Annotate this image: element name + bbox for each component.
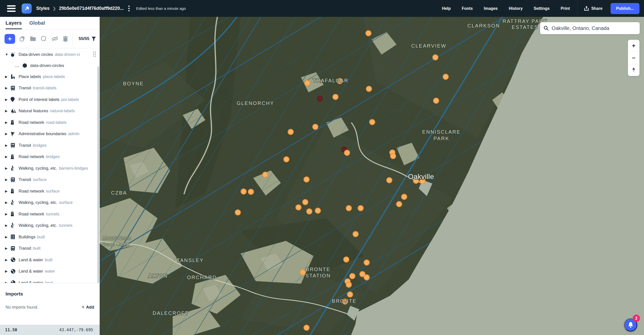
data-point-orange[interactable] bbox=[353, 232, 358, 237]
caret-collapsed-icon[interactable]: ▶ bbox=[5, 224, 11, 227]
toggle-visibility-icon[interactable] bbox=[51, 36, 58, 42]
caret-collapsed-icon[interactable]: ▶ bbox=[5, 201, 11, 204]
compass-button[interactable] bbox=[628, 64, 639, 76]
data-point-orange[interactable] bbox=[387, 178, 392, 183]
data-point-orange[interactable] bbox=[303, 200, 308, 205]
caret-collapsed-icon[interactable]: ▶ bbox=[5, 75, 11, 79]
data-point-orange[interactable] bbox=[304, 325, 309, 330]
layer-row[interactable]: ▶Transitsurface bbox=[0, 174, 100, 185]
data-point-orange[interactable] bbox=[434, 98, 439, 103]
data-point-orange[interactable] bbox=[248, 189, 254, 195]
sublayer-row[interactable]: ...data-driven-circles bbox=[0, 60, 100, 71]
breadcrumb-styles[interactable]: Styles bbox=[36, 6, 50, 11]
data-point-orange[interactable] bbox=[433, 55, 438, 60]
style-options-kebab-icon[interactable] bbox=[128, 6, 130, 11]
caret-collapsed-icon[interactable]: ▶ bbox=[5, 155, 11, 159]
data-point-orange[interactable] bbox=[315, 208, 321, 213]
delete-layer-icon[interactable] bbox=[63, 36, 68, 42]
caret-collapsed-icon[interactable]: ▶ bbox=[5, 235, 11, 239]
data-point-orange[interactable] bbox=[296, 205, 301, 210]
data-point-orange[interactable] bbox=[443, 74, 448, 80]
data-point-orange[interactable] bbox=[366, 86, 372, 92]
menu-item-history[interactable]: History bbox=[503, 6, 528, 11]
data-point-orange[interactable] bbox=[333, 94, 338, 100]
group-folder-icon[interactable] bbox=[30, 36, 36, 42]
caret-collapsed-icon[interactable]: ▶ bbox=[5, 178, 11, 181]
zoom-in-button[interactable]: + bbox=[628, 40, 639, 52]
layer-row[interactable]: ▶Transitbridges bbox=[0, 140, 100, 151]
layer-row[interactable]: ▶Land & waterwater bbox=[0, 266, 100, 277]
map-canvas[interactable]: CLARKSONRATTRAY PARKESTATESCLEARVIEWBOYN… bbox=[100, 17, 644, 335]
caret-collapsed-icon[interactable]: ▶ bbox=[5, 189, 11, 193]
layer-row[interactable]: ▶Administrative boundariesadmin bbox=[0, 128, 100, 140]
data-point-orange[interactable] bbox=[391, 154, 396, 159]
geocoder-search[interactable] bbox=[540, 22, 640, 34]
data-point-orange[interactable] bbox=[364, 275, 369, 280]
layer-row[interactable]: ▶Land & waterbuilt bbox=[0, 254, 100, 266]
data-point-orange[interactable] bbox=[402, 194, 407, 200]
caret-collapsed-icon[interactable]: ▶ bbox=[5, 86, 11, 90]
data-point-orange[interactable] bbox=[235, 210, 241, 215]
layer-row[interactable]: ▼Data-driven circlesdata-driven-ci bbox=[0, 49, 100, 60]
tab-layers[interactable]: Layers bbox=[6, 20, 22, 29]
data-point-orange[interactable] bbox=[241, 189, 246, 194]
caret-collapsed-icon[interactable]: ▶ bbox=[5, 212, 11, 216]
drag-handle-icon[interactable] bbox=[93, 51, 96, 58]
layer-row[interactable]: ▶Transitbuilt bbox=[0, 243, 100, 254]
hamburger-menu-icon[interactable] bbox=[7, 5, 16, 12]
data-point-orange[interactable] bbox=[397, 202, 402, 207]
layer-row[interactable]: ▶Walking, cycling, etc.tunnels bbox=[0, 220, 100, 231]
layer-row[interactable]: ▶Point of interest labelspoi-labels bbox=[0, 94, 100, 105]
layer-row[interactable]: ▶Road networktunnels bbox=[0, 208, 100, 220]
data-point-orange[interactable] bbox=[307, 209, 312, 214]
layer-row[interactable]: ▶Road networksurface bbox=[0, 185, 100, 197]
data-point-dark-red[interactable] bbox=[317, 96, 322, 101]
data-point-orange[interactable] bbox=[346, 206, 352, 211]
add-import-button[interactable]: + Add bbox=[82, 304, 94, 310]
add-layer-button[interactable]: + bbox=[5, 34, 15, 44]
caret-collapsed-icon[interactable]: ▶ bbox=[5, 121, 11, 124]
data-point-orange[interactable] bbox=[350, 274, 355, 279]
search-input[interactable] bbox=[552, 25, 636, 31]
data-point-orange[interactable] bbox=[263, 172, 268, 177]
layer-row[interactable]: ▶Natural featuresnatural-labels bbox=[0, 105, 100, 117]
menu-item-fonts[interactable]: Fonts bbox=[456, 6, 478, 11]
filter-funnel-icon[interactable] bbox=[91, 36, 96, 41]
publish-button[interactable]: Publish... bbox=[611, 3, 639, 14]
menu-item-print[interactable]: Print bbox=[555, 6, 575, 11]
data-point-orange[interactable] bbox=[304, 177, 309, 182]
style-id[interactable]: 29b5e0e071d4f76d0aff9d220... bbox=[59, 6, 124, 11]
caret-collapsed-icon[interactable]: ▶ bbox=[5, 281, 11, 283]
zoom-out-button[interactable]: − bbox=[628, 52, 639, 64]
layer-row[interactable]: ▶Walking, cycling, etc.barriers-bridges bbox=[0, 163, 100, 174]
layer-row[interactable]: ▶Walking, cycling, etc.surface bbox=[0, 197, 100, 208]
caret-expanded-icon[interactable]: ▼ bbox=[5, 53, 11, 56]
data-point-orange[interactable] bbox=[366, 31, 371, 36]
menu-item-help[interactable]: Help bbox=[436, 6, 456, 11]
data-point-orange[interactable] bbox=[358, 206, 363, 211]
menu-item-settings[interactable]: Settings bbox=[528, 6, 555, 11]
caret-collapsed-icon[interactable]: ▶ bbox=[5, 109, 11, 113]
layer-row[interactable]: ▶Road networkbridges bbox=[0, 151, 100, 163]
layer-row[interactable]: ▶Road networkroad-labels bbox=[0, 117, 100, 128]
layer-row[interactable]: ▶Buildingsbuilt bbox=[0, 231, 100, 243]
caret-collapsed-icon[interactable]: ▶ bbox=[5, 246, 11, 250]
data-point-orange[interactable] bbox=[313, 124, 318, 130]
data-point-orange[interactable] bbox=[364, 260, 369, 265]
data-point-orange[interactable] bbox=[284, 157, 289, 162]
caret-collapsed-icon[interactable]: ▶ bbox=[5, 166, 11, 170]
caret-collapsed-icon[interactable]: ▶ bbox=[5, 269, 11, 273]
menu-item-images[interactable]: Images bbox=[478, 6, 503, 11]
duplicate-layer-icon[interactable] bbox=[19, 36, 25, 42]
data-point-orange[interactable] bbox=[344, 257, 349, 262]
data-point-orange[interactable] bbox=[370, 120, 375, 125]
caret-collapsed-icon[interactable]: ▶ bbox=[5, 98, 11, 101]
layer-row[interactable]: ▶Place labelsplace-labels bbox=[0, 71, 100, 83]
tab-global[interactable]: Global bbox=[29, 20, 45, 29]
caret-collapsed-icon[interactable]: ▶ bbox=[5, 132, 11, 136]
layer-row[interactable]: ▶Land & waterland bbox=[0, 277, 100, 283]
caret-collapsed-icon[interactable]: ▶ bbox=[5, 258, 11, 262]
data-point-orange[interactable] bbox=[300, 270, 306, 275]
data-point-orange[interactable] bbox=[345, 150, 350, 156]
mapbox-studio-logo[interactable] bbox=[22, 4, 32, 14]
